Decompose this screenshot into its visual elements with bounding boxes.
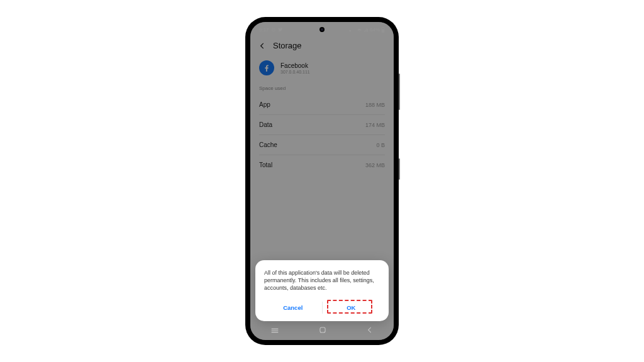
confirm-dialog: All of this application's data will be d… bbox=[255, 260, 389, 321]
row-app: App 188 MB bbox=[250, 95, 394, 114]
alarm-icon bbox=[271, 27, 276, 33]
section-label: Space used bbox=[250, 84, 394, 95]
row-total: Total 362 MB bbox=[250, 155, 394, 175]
power-button bbox=[399, 158, 400, 180]
app-version: 307.0.0.40.111 bbox=[280, 70, 310, 74]
dialog-message: All of this application's data will be d… bbox=[264, 269, 380, 292]
android-nav-bar bbox=[250, 322, 394, 340]
svg-rect-8 bbox=[320, 327, 325, 332]
row-label: App bbox=[259, 101, 270, 108]
front-camera bbox=[319, 27, 325, 32]
page-title: Storage bbox=[273, 41, 302, 50]
phone-frame: 9:17 ⩸ 64% bbox=[245, 17, 399, 345]
row-value: 362 MB bbox=[365, 162, 385, 168]
page-header: Storage bbox=[250, 36, 394, 54]
row-value: 174 MB bbox=[365, 122, 385, 128]
volte-icon: ⩸ bbox=[349, 28, 355, 33]
row-cache: Cache 0 B bbox=[250, 135, 394, 155]
app-info: Facebook 307.0.0.40.111 bbox=[250, 54, 394, 84]
twitter-icon bbox=[278, 27, 283, 33]
row-label: Cache bbox=[259, 141, 277, 148]
row-data: Data 174 MB bbox=[250, 115, 394, 134]
cancel-button[interactable]: Cancel bbox=[264, 300, 322, 315]
app-name: Facebook bbox=[280, 62, 310, 69]
row-value: 188 MB bbox=[365, 102, 385, 108]
wifi-icon bbox=[357, 28, 362, 33]
facebook-icon bbox=[259, 60, 274, 75]
screen: 9:17 ⩸ 64% bbox=[250, 22, 394, 340]
back-nav-icon[interactable] bbox=[365, 326, 374, 337]
row-label: Total bbox=[259, 162, 272, 168]
row-value: 0 B bbox=[376, 142, 385, 148]
battery-percent: 64% bbox=[370, 27, 380, 33]
status-time: 9:17 bbox=[259, 27, 269, 33]
svg-rect-3 bbox=[382, 27, 384, 28]
row-label: Data bbox=[259, 121, 272, 128]
signal-icon bbox=[364, 28, 369, 33]
battery-icon bbox=[381, 27, 385, 33]
recents-icon[interactable] bbox=[270, 326, 280, 337]
ok-button[interactable]: OK bbox=[323, 300, 380, 315]
back-icon[interactable] bbox=[258, 41, 267, 50]
home-icon[interactable] bbox=[318, 326, 327, 337]
svg-rect-4 bbox=[382, 30, 384, 32]
svg-text:⩸: ⩸ bbox=[349, 29, 352, 31]
volume-button bbox=[399, 74, 400, 110]
